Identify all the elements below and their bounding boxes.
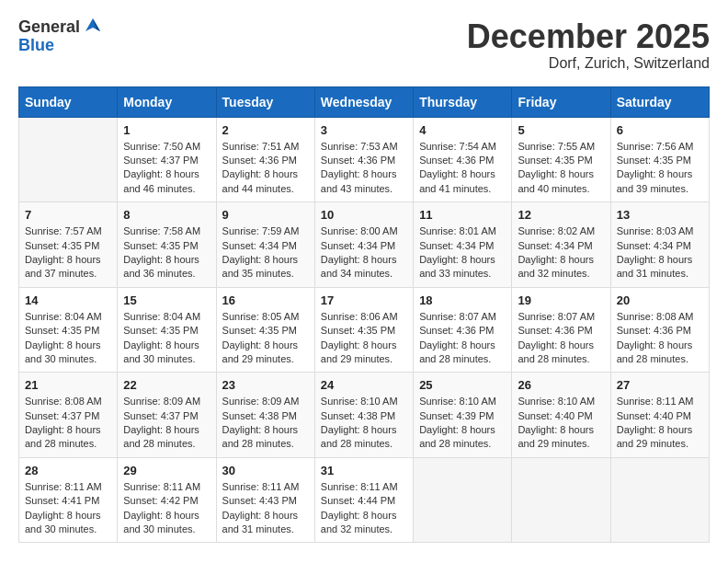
calendar-cell: 3Sunrise: 7:53 AMSunset: 4:36 PMDaylight… bbox=[314, 117, 413, 202]
page-header: General Blue December 2025 Dorf, Zurich,… bbox=[18, 18, 710, 72]
day-number: 3 bbox=[321, 123, 407, 137]
calendar-week-row: 1Sunrise: 7:50 AMSunset: 4:37 PMDaylight… bbox=[19, 117, 710, 202]
calendar-cell: 16Sunrise: 8:05 AMSunset: 4:35 PMDayligh… bbox=[216, 287, 314, 373]
calendar-week-row: 14Sunrise: 8:04 AMSunset: 4:35 PMDayligh… bbox=[19, 287, 710, 373]
weekday-header: Saturday bbox=[610, 86, 709, 117]
cell-details: Sunrise: 7:53 AMSunset: 4:36 PMDaylight:… bbox=[321, 140, 407, 197]
day-number: 17 bbox=[321, 293, 407, 307]
cell-details: Sunrise: 8:09 AMSunset: 4:38 PMDaylight:… bbox=[222, 395, 309, 452]
day-number: 6 bbox=[617, 123, 703, 137]
weekday-header: Sunday bbox=[19, 86, 118, 117]
calendar-cell: 25Sunrise: 8:10 AMSunset: 4:39 PMDayligh… bbox=[414, 373, 512, 458]
day-number: 13 bbox=[617, 208, 703, 222]
cell-details: Sunrise: 8:06 AMSunset: 4:35 PMDaylight:… bbox=[321, 310, 407, 367]
day-number: 31 bbox=[321, 464, 407, 477]
calendar-cell: 18Sunrise: 8:07 AMSunset: 4:36 PMDayligh… bbox=[414, 287, 512, 373]
day-number: 27 bbox=[617, 378, 703, 392]
cell-details: Sunrise: 8:10 AMSunset: 4:38 PMDaylight:… bbox=[321, 395, 407, 452]
day-number: 8 bbox=[123, 208, 210, 222]
cell-details: Sunrise: 8:11 AMSunset: 4:44 PMDaylight:… bbox=[321, 480, 407, 537]
day-number: 30 bbox=[222, 464, 309, 477]
calendar-cell bbox=[610, 457, 709, 543]
day-number: 28 bbox=[25, 464, 111, 477]
day-number: 23 bbox=[222, 378, 309, 392]
calendar-cell: 10Sunrise: 8:00 AMSunset: 4:34 PMDayligh… bbox=[314, 202, 413, 288]
cell-details: Sunrise: 7:54 AMSunset: 4:36 PMDaylight:… bbox=[419, 140, 506, 197]
cell-details: Sunrise: 8:07 AMSunset: 4:36 PMDaylight:… bbox=[518, 310, 604, 367]
cell-details: Sunrise: 8:10 AMSunset: 4:39 PMDaylight:… bbox=[419, 395, 506, 452]
logo-icon bbox=[82, 15, 104, 37]
day-number: 26 bbox=[518, 378, 604, 392]
day-number: 18 bbox=[419, 293, 506, 307]
weekday-header: Monday bbox=[118, 86, 216, 117]
calendar-cell: 7Sunrise: 7:57 AMSunset: 4:35 PMDaylight… bbox=[19, 202, 118, 288]
calendar-cell: 23Sunrise: 8:09 AMSunset: 4:38 PMDayligh… bbox=[216, 373, 314, 458]
cell-details: Sunrise: 8:11 AMSunset: 4:41 PMDaylight:… bbox=[25, 480, 111, 537]
day-number: 16 bbox=[222, 293, 309, 307]
calendar-cell bbox=[19, 117, 118, 202]
calendar-cell: 14Sunrise: 8:04 AMSunset: 4:35 PMDayligh… bbox=[19, 287, 118, 373]
day-number: 11 bbox=[419, 208, 506, 222]
cell-details: Sunrise: 8:04 AMSunset: 4:35 PMDaylight:… bbox=[123, 310, 210, 367]
calendar-cell: 28Sunrise: 8:11 AMSunset: 4:41 PMDayligh… bbox=[19, 457, 118, 543]
title-block: December 2025 Dorf, Zurich, Switzerland bbox=[467, 18, 710, 72]
calendar-cell: 17Sunrise: 8:06 AMSunset: 4:35 PMDayligh… bbox=[314, 287, 413, 373]
day-number: 9 bbox=[222, 208, 309, 222]
calendar-cell: 22Sunrise: 8:09 AMSunset: 4:37 PMDayligh… bbox=[118, 373, 216, 458]
calendar-cell: 24Sunrise: 8:10 AMSunset: 4:38 PMDayligh… bbox=[314, 373, 413, 458]
cell-details: Sunrise: 8:07 AMSunset: 4:36 PMDaylight:… bbox=[419, 310, 506, 367]
calendar-week-row: 21Sunrise: 8:08 AMSunset: 4:37 PMDayligh… bbox=[19, 373, 710, 458]
cell-details: Sunrise: 8:03 AMSunset: 4:34 PMDaylight:… bbox=[617, 224, 703, 282]
weekday-header: Thursday bbox=[414, 86, 512, 117]
day-number: 10 bbox=[321, 208, 407, 222]
calendar-cell: 13Sunrise: 8:03 AMSunset: 4:34 PMDayligh… bbox=[610, 202, 709, 288]
calendar-cell: 31Sunrise: 8:11 AMSunset: 4:44 PMDayligh… bbox=[314, 457, 413, 543]
cell-details: Sunrise: 7:51 AMSunset: 4:36 PMDaylight:… bbox=[222, 140, 309, 197]
calendar-cell: 26Sunrise: 8:10 AMSunset: 4:40 PMDayligh… bbox=[512, 373, 610, 458]
calendar-cell: 21Sunrise: 8:08 AMSunset: 4:37 PMDayligh… bbox=[19, 373, 118, 458]
day-number: 12 bbox=[518, 208, 604, 222]
day-number: 19 bbox=[518, 293, 604, 307]
logo-blue-text: Blue bbox=[18, 37, 104, 55]
calendar-cell: 19Sunrise: 8:07 AMSunset: 4:36 PMDayligh… bbox=[512, 287, 610, 373]
day-number: 20 bbox=[617, 293, 703, 307]
cell-details: Sunrise: 8:08 AMSunset: 4:36 PMDaylight:… bbox=[617, 310, 703, 367]
day-number: 2 bbox=[222, 123, 309, 137]
cell-details: Sunrise: 8:05 AMSunset: 4:35 PMDaylight:… bbox=[222, 310, 309, 367]
calendar-cell: 29Sunrise: 8:11 AMSunset: 4:42 PMDayligh… bbox=[118, 457, 216, 543]
day-number: 22 bbox=[123, 378, 210, 392]
weekday-header: Tuesday bbox=[216, 86, 314, 117]
month-title: December 2025 bbox=[467, 18, 710, 55]
cell-details: Sunrise: 8:08 AMSunset: 4:37 PMDaylight:… bbox=[25, 395, 111, 452]
calendar-week-row: 7Sunrise: 7:57 AMSunset: 4:35 PMDaylight… bbox=[19, 202, 710, 288]
logo: General Blue bbox=[18, 18, 104, 55]
cell-details: Sunrise: 8:02 AMSunset: 4:34 PMDaylight:… bbox=[518, 224, 604, 282]
day-number: 15 bbox=[123, 293, 210, 307]
cell-details: Sunrise: 7:58 AMSunset: 4:35 PMDaylight:… bbox=[123, 224, 210, 282]
cell-details: Sunrise: 8:11 AMSunset: 4:43 PMDaylight:… bbox=[222, 480, 309, 537]
cell-details: Sunrise: 8:09 AMSunset: 4:37 PMDaylight:… bbox=[123, 395, 210, 452]
cell-details: Sunrise: 7:56 AMSunset: 4:35 PMDaylight:… bbox=[617, 140, 703, 197]
location: Dorf, Zurich, Switzerland bbox=[467, 55, 710, 72]
calendar-cell: 9Sunrise: 7:59 AMSunset: 4:34 PMDaylight… bbox=[216, 202, 314, 288]
day-number: 25 bbox=[419, 378, 506, 392]
cell-details: Sunrise: 7:59 AMSunset: 4:34 PMDaylight:… bbox=[222, 224, 309, 282]
logo-general-text: General bbox=[18, 18, 80, 37]
cell-details: Sunrise: 7:57 AMSunset: 4:35 PMDaylight:… bbox=[25, 224, 111, 282]
cell-details: Sunrise: 8:10 AMSunset: 4:40 PMDaylight:… bbox=[518, 395, 604, 452]
cell-details: Sunrise: 8:01 AMSunset: 4:34 PMDaylight:… bbox=[419, 224, 506, 282]
calendar-cell: 12Sunrise: 8:02 AMSunset: 4:34 PMDayligh… bbox=[512, 202, 610, 288]
day-number: 1 bbox=[123, 123, 210, 137]
calendar-cell: 8Sunrise: 7:58 AMSunset: 4:35 PMDaylight… bbox=[118, 202, 216, 288]
day-number: 24 bbox=[321, 378, 407, 392]
calendar-cell: 15Sunrise: 8:04 AMSunset: 4:35 PMDayligh… bbox=[118, 287, 216, 373]
day-number: 21 bbox=[25, 378, 111, 392]
calendar-cell: 27Sunrise: 8:11 AMSunset: 4:40 PMDayligh… bbox=[610, 373, 709, 458]
calendar-cell: 20Sunrise: 8:08 AMSunset: 4:36 PMDayligh… bbox=[610, 287, 709, 373]
day-number: 7 bbox=[25, 208, 111, 222]
calendar-cell bbox=[414, 457, 512, 543]
cell-details: Sunrise: 8:11 AMSunset: 4:40 PMDaylight:… bbox=[617, 395, 703, 452]
calendar-cell: 5Sunrise: 7:55 AMSunset: 4:35 PMDaylight… bbox=[512, 117, 610, 202]
day-number: 5 bbox=[518, 123, 604, 137]
weekday-header: Friday bbox=[512, 86, 610, 117]
